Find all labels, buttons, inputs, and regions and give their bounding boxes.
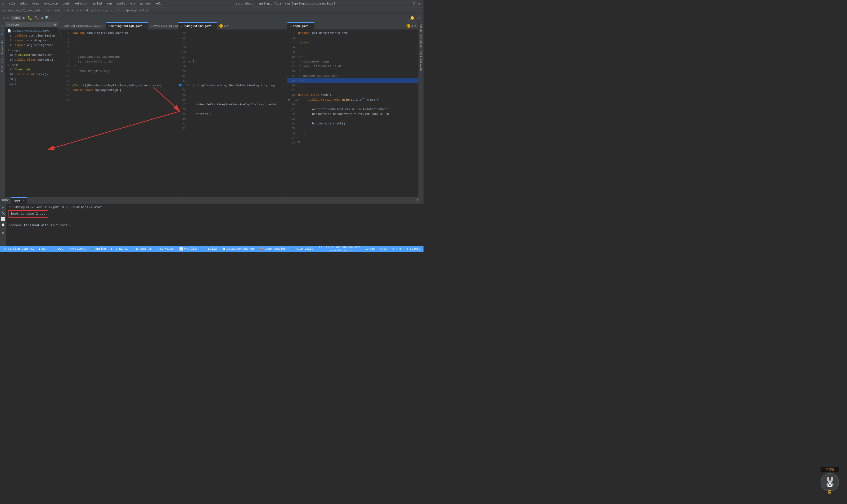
tab-app8-close[interactable]: ✕ [310, 24, 311, 28]
run-side-buttons: ▶ 🔧 ⬜ 📋 🗑 [0, 204, 6, 246]
status-center-text: All files are up-to-date (moments ago) [314, 246, 365, 252]
terminal-item[interactable]: ▶ Terminal [110, 247, 129, 251]
todo-item[interactable]: ☰ TODO [51, 247, 64, 251]
breadcrumb-item-file[interactable]: SpringConfig8 [125, 9, 148, 12]
menu-edit[interactable]: Edit [18, 2, 30, 6]
version-control-label: Version Control [8, 247, 34, 250]
nav-up-icon[interactable]: ∧ [224, 24, 226, 28]
profiler-item[interactable]: 📊 Profiler [178, 247, 199, 251]
breadcrumb-item-com[interactable]: com [77, 9, 82, 12]
minimize-button[interactable]: — [407, 2, 411, 6]
editors-split: J BookServiceImpl1.java ✕ J SpringConfig… [58, 22, 418, 197]
nav-down-icon[interactable]: ∨ [227, 24, 229, 28]
encoding-item[interactable]: UTF-8 [391, 247, 402, 250]
menu-refactor[interactable]: Refactor [72, 2, 91, 6]
run-status-item[interactable]: ▶ Run [38, 247, 48, 251]
app8-line-2: 2 [287, 35, 418, 40]
run-tools-btn[interactable]: 🔧 [1, 211, 5, 215]
notifications-icon[interactable]: 🔔 [410, 15, 415, 21]
breadcrumb-item-src[interactable]: src [46, 9, 51, 12]
code-line-1: ✓ 1 package com.dingjiaxiong.config; [58, 31, 178, 35]
tab-springconfig8-close[interactable]: ✕ [144, 24, 145, 28]
run-clear-btn[interactable]: 🗑 [1, 230, 5, 235]
tab-app8[interactable]: J App8.java ✕ [287, 22, 314, 30]
crlf-item[interactable]: CRLF [379, 247, 388, 250]
breadcrumb-item-project[interactable]: springboot_27_bean_init [2, 9, 42, 12]
minimize-run-icon[interactable]: — [419, 198, 421, 202]
highlighted-output: book service 2.... [8, 210, 48, 218]
project-tab[interactable]: Project [0, 22, 5, 38]
forward-icon[interactable]: ▷ [6, 15, 10, 21]
auto-build-icon: 🔨 [291, 247, 295, 251]
project-code-3: 4 import org.springframe [6, 43, 57, 48]
run-play-btn[interactable]: ▶ [1, 205, 5, 210]
database-tab[interactable]: Database [418, 33, 424, 49]
run-tab-close[interactable]: ✕ [22, 199, 24, 202]
breadcrumb-item-main[interactable]: main [55, 9, 62, 12]
build-item[interactable]: 🔨 Build [202, 247, 218, 251]
tab-myregistrar[interactable]: J MyRegistrar.java ✕ [148, 22, 178, 30]
structure-tab[interactable]: Structure [0, 56, 5, 75]
project-end: 21 } [6, 82, 57, 86]
notifications-tab[interactable]: Notifications [418, 49, 424, 73]
menu-file[interactable]: File [6, 2, 17, 6]
menu-code[interactable]: Code [60, 2, 71, 6]
dependencies-icon: 📦 [260, 247, 264, 251]
maven-tab[interactable]: Maven [418, 22, 424, 33]
tab-springconfig8[interactable]: J SpringConfig8.java ✕ [106, 22, 148, 30]
menu-vcs[interactable]: VCS [128, 2, 138, 6]
run-stop-btn[interactable]: ⬜ [1, 217, 5, 221]
app8-run-tab[interactable]: App8 ✕ [11, 197, 27, 203]
run-gutter-icon[interactable]: ▶ [287, 97, 291, 102]
search-icon[interactable]: 🔍 [44, 15, 50, 21]
app8-nav-up[interactable]: ∧ [411, 24, 413, 28]
mr-line-28: 28 [178, 107, 287, 112]
settings-icon[interactable]: ⚙ [40, 15, 43, 21]
indent-item[interactable]: 4 spaces [405, 247, 421, 250]
close-button[interactable]: ✕ [417, 2, 421, 6]
run-tab-area: Run: App8 ✕ [2, 197, 27, 203]
settings-icon-run[interactable]: ⚙ [417, 198, 418, 202]
spring-item[interactable]: 🌿 Spring [89, 247, 107, 251]
breadcrumb-item-dingjiaxiong[interactable]: dingjiaxiong [86, 9, 107, 12]
run-config-selector[interactable]: App8 [11, 16, 21, 20]
tab-close-icon[interactable]: ✕ [102, 24, 103, 28]
breadcrumb-item-config[interactable]: config [111, 9, 122, 12]
project-file-item[interactable]: 📄 BookServiceImpl1.java [6, 29, 57, 33]
app8-line-12: 12 * date: 2022/10/24 13:42 [287, 64, 418, 69]
menu-window[interactable]: Window [138, 2, 153, 6]
output-line-3 [8, 218, 421, 223]
problems-item[interactable]: ⚠ Problems [68, 247, 86, 251]
dependencies-item[interactable]: 📦 Dependencies [259, 247, 287, 251]
title-bar: ☕ File Edit View Navigate Code Refactor … [0, 0, 424, 7]
app8-code: 1 package com.dingjiaxiong.app; 2 3 impo… [287, 30, 418, 197]
time-item[interactable]: 14:36 [365, 247, 376, 250]
db-changes-item[interactable]: 📋 Database Changes [221, 247, 256, 251]
auto-build-item[interactable]: 🔨 Auto-build [290, 247, 314, 251]
services-item[interactable]: ☕ Services [156, 247, 175, 251]
tab-myregistrar-2[interactable]: J MyRegistrar.java ✕ [178, 22, 217, 30]
maximize-button[interactable]: □ [412, 2, 416, 6]
spring-icon: 🌿 [91, 247, 94, 251]
endpoints-item[interactable]: ⚡ Endpoints [132, 247, 153, 251]
panel-options-icon[interactable]: ⚙ [54, 23, 56, 26]
app8-nav-down[interactable]: ∨ [414, 24, 416, 28]
run-button[interactable]: ▶ [22, 15, 26, 21]
tab-bookserviceimpl1[interactable]: J BookServiceImpl1.java ✕ [58, 22, 106, 30]
run-scroll-btn[interactable]: 📋 [1, 222, 5, 227]
menu-help[interactable]: Help [153, 2, 164, 6]
git-icon[interactable]: ⎇ [416, 15, 421, 21]
debug-icon[interactable]: 🐛 [27, 15, 33, 21]
tab-myregistrar-2-close[interactable]: ✕ [213, 24, 214, 28]
toolbar: ◁ ▷ App8 ▶ 🐛 🔨 ⚙ 🔍 🔔 ⎇ [0, 14, 424, 22]
menu-build[interactable]: Build [91, 2, 104, 6]
menu-tools[interactable]: Tools [114, 2, 128, 6]
back-icon[interactable]: ◁ [2, 15, 5, 21]
build-icon[interactable]: 🔨 [34, 15, 39, 21]
menu-view[interactable]: View [30, 2, 41, 6]
menu-run[interactable]: Run [105, 2, 114, 6]
bookmarks-tab[interactable]: Bookmarks [0, 38, 5, 56]
breadcrumb-item-java[interactable]: java [66, 9, 73, 12]
version-control-item[interactable]: ⎇ Version Control [2, 247, 35, 251]
menu-navigate[interactable]: Navigate [42, 2, 60, 6]
